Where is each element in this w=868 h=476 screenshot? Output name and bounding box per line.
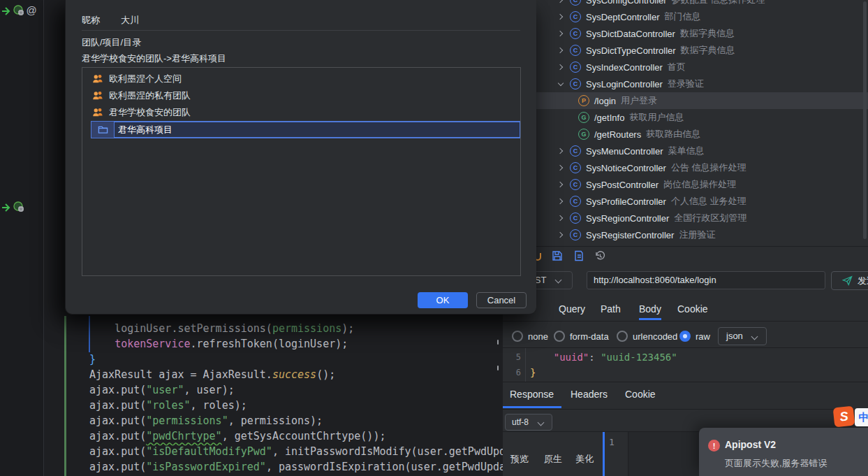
tab-cookie[interactable]: Cookie	[677, 301, 708, 320]
chevron-icon[interactable]	[557, 147, 565, 155]
view-mode-2[interactable]: 原生	[544, 453, 562, 466]
endpoint-description: 获取用户信息	[629, 111, 684, 124]
api-tree-item-SysNoticeController[interactable]: CSysNoticeController公告 信息操作处理	[503, 159, 868, 176]
tab-body[interactable]: Body	[639, 301, 661, 320]
chevron-icon[interactable]	[557, 13, 565, 21]
radio-label: form-data	[570, 331, 609, 342]
ok-button[interactable]: OK	[418, 292, 468, 308]
view-mode-1[interactable]: 预览	[510, 453, 529, 466]
editor-stripe-mark	[497, 340, 499, 345]
project-tree-item[interactable]: 君华高科项目	[91, 121, 520, 138]
chevron-icon[interactable]	[557, 80, 565, 88]
api-endpoint-/login[interactable]: P/login用户登录	[503, 92, 868, 109]
code-line: AjaxResult ajax = AjaxResult.success();	[89, 367, 503, 382]
project-tree-item[interactable]: 君华学校食安的团队	[82, 104, 520, 121]
toast-message: 页面展示失败,服务器错误	[725, 457, 827, 470]
method-icon: P	[578, 95, 589, 106]
api-tree-item-SysDictDataController[interactable]: CSysDictDataController数据字典信息	[503, 25, 868, 42]
tree-scrollbar[interactable]	[863, 1, 867, 239]
code-line: ajax.put("roles", roles);	[89, 398, 503, 413]
tab-path[interactable]: Path	[601, 301, 621, 320]
tab-response[interactable]: Response	[510, 389, 554, 400]
ime-language-icon[interactable]: 中	[855, 408, 868, 426]
radio-label: none	[528, 331, 548, 342]
project-tree-label: 君华学校食安的团队	[109, 106, 191, 119]
tab-headers[interactable]: Headers	[571, 389, 608, 400]
chevron-icon[interactable]	[557, 0, 565, 4]
body-mode-form-data[interactable]: form-data	[554, 331, 609, 342]
api-endpoint-/getInfo[interactable]: G/getInfo获取用户信息	[503, 109, 868, 126]
api-tree-item-SysRegionController[interactable]: CSysRegionController全国行政区划管理	[503, 210, 868, 226]
code-line: ajax.put("pwdChrtype", getSysAccountChrt…	[89, 428, 503, 444]
class-name: SysConfigController	[586, 0, 667, 6]
class-name: SysNoticeController	[586, 163, 666, 173]
class-icon: C	[570, 28, 581, 39]
api-tree-item-SysRegisterController[interactable]: CSysRegisterController注册验证	[503, 226, 868, 243]
class-icon: C	[570, 212, 581, 224]
save-icon[interactable]	[552, 250, 563, 264]
api-tree-item-SysPostController[interactable]: CSysPostController岗位信息操作处理	[503, 176, 868, 193]
response-cursor-bar	[603, 432, 605, 476]
java-code-editor[interactable]: loginUser.setPermissions(permissions); t…	[65, 315, 503, 476]
code-line: ajax.put("isDefaultModifyPwd", initPassw…	[89, 444, 503, 459]
document-icon[interactable]	[573, 250, 584, 264]
api-endpoint-/getRouters[interactable]: G/getRouters获取路由信息	[503, 126, 868, 143]
url-input[interactable]: http://localhost:8060/take/login	[587, 271, 825, 289]
chevron-icon[interactable]	[557, 46, 565, 55]
radio-label: raw	[696, 331, 710, 342]
editor-left-margin	[0, 0, 43, 476]
run-arrow-icon[interactable]	[1, 202, 13, 216]
project-tree-label: 欧利墨涅的私有团队	[109, 89, 191, 102]
chevron-icon[interactable]	[557, 29, 565, 38]
project-tree-item[interactable]: 欧利墨涅个人空间	[82, 71, 520, 87]
request-body-editor[interactable]: 5 "uuid": "uuid-123456"6}	[503, 349, 868, 380]
raw-type-value: json	[726, 331, 743, 341]
history-icon[interactable]	[594, 250, 605, 264]
body-mode-none[interactable]: none	[512, 331, 548, 342]
api-tree-item-SysMenuController[interactable]: CSysMenuController菜单信息	[503, 143, 868, 159]
raw-type-select[interactable]: json	[718, 327, 767, 345]
endpoint-description: 用户登录	[621, 94, 657, 107]
chevron-icon[interactable]	[557, 180, 565, 189]
annotation-at-icon[interactable]: @	[26, 4, 37, 15]
api-tree-item-SysDeptController[interactable]: CSysDeptController部门信息	[503, 8, 868, 25]
endpoint-path: /getRouters	[594, 129, 641, 140]
api-send-icon[interactable]	[13, 5, 24, 16]
body-line: 6}	[503, 365, 868, 380]
project-name-editfield[interactable]: 君华高科项目	[114, 122, 520, 138]
response-tabs: ResponseHeadersCookie	[503, 386, 868, 406]
api-tree-item-SysDictTypeController[interactable]: CSysDictTypeController数据字典信息	[503, 42, 868, 59]
api-tree-item-SysConfigController[interactable]: CSysConfigController参数配置 信息操作处理	[503, 0, 868, 8]
code-line: tokenService.refreshToken(loginUser);	[89, 336, 503, 352]
view-mode-3[interactable]: 美化	[575, 453, 594, 466]
body-mode-urlencoded[interactable]: urlencoded	[617, 331, 677, 342]
tab-query[interactable]: Query	[559, 301, 585, 320]
chevron-icon[interactable]	[557, 164, 565, 172]
api-tree-item-SysLoginController[interactable]: CSysLoginController登录验证	[503, 75, 868, 92]
charset-select[interactable]: utf-8	[505, 414, 552, 431]
class-name: SysDictTypeController	[586, 45, 676, 56]
radio-label: urlencoded	[633, 331, 677, 342]
api-tree-item-SysProfileController[interactable]: CSysProfileController个人信息 业务处理	[503, 193, 868, 210]
cancel-button[interactable]: Cancel	[476, 292, 527, 308]
divider	[503, 409, 868, 410]
project-tree-item[interactable]: 欧利墨涅的私有团队	[82, 87, 520, 104]
chevron-icon[interactable]	[557, 63, 565, 71]
run-arrow-icon[interactable]	[1, 6, 13, 20]
api-send-icon[interactable]	[13, 201, 24, 212]
sogou-ime-icon[interactable]: S	[833, 406, 855, 428]
active-tab-underline	[503, 406, 561, 408]
api-tree-item-SysIndexController[interactable]: CSysIndexController首页	[503, 59, 868, 75]
chevron-icon[interactable]	[557, 197, 565, 205]
chevron-icon[interactable]	[557, 231, 565, 239]
tab-cookie[interactable]: Cookie	[625, 389, 656, 400]
selected-path: 君华学校食安的团队->君华高科项目	[82, 52, 226, 65]
response-line-number: 1	[609, 437, 615, 447]
project-tree-label: 欧利墨涅个人空间	[109, 73, 182, 85]
chevron-down-icon	[751, 334, 758, 341]
class-name: SysProfileController	[586, 196, 666, 207]
body-mode-raw[interactable]: raw	[679, 331, 710, 342]
send-button[interactable]: 发送	[831, 271, 868, 290]
chevron-icon[interactable]	[557, 214, 565, 222]
code-line: }	[89, 352, 503, 367]
